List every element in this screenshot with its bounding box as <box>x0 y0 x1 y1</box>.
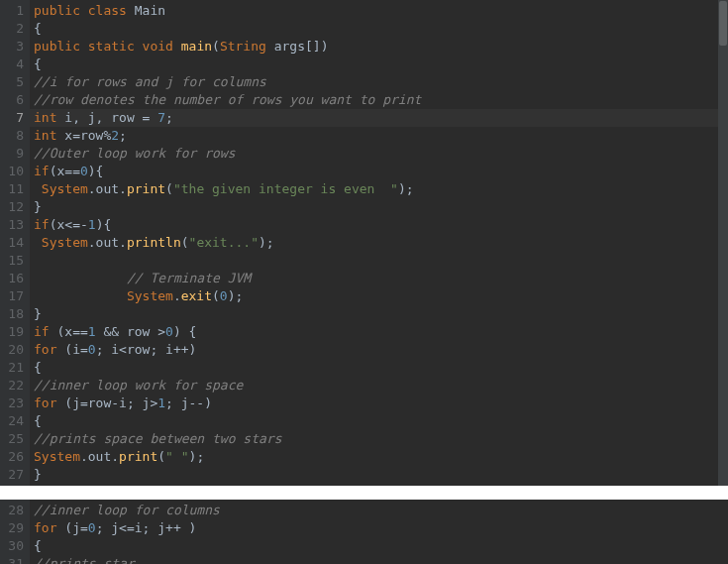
token-punct: ( <box>64 520 72 535</box>
code-line[interactable]: System.exit(0); <box>30 287 728 305</box>
code-line[interactable]: //i for rows and j for columns <box>30 73 728 91</box>
token-punct: ) <box>204 395 212 410</box>
token-punct: ) <box>321 39 329 54</box>
line-number: 2 <box>4 20 24 38</box>
token-num: 0 <box>165 324 173 339</box>
code-line[interactable]: { <box>30 412 728 430</box>
line-number: 18 <box>4 305 24 323</box>
token-op: x== <box>56 164 79 178</box>
token-num: 0 <box>80 164 88 178</box>
code-line[interactable]: System.out.print("the given integer is e… <box>30 180 728 198</box>
code-line[interactable]: { <box>30 56 728 73</box>
code-line[interactable]: int x=row%2; <box>30 127 728 145</box>
line-number: 16 <box>4 270 24 287</box>
token-op: . <box>173 288 181 303</box>
code-line[interactable] <box>30 252 728 270</box>
code-editor-pane-top[interactable]: 1234567891011121314151617181920212223242… <box>0 0 728 486</box>
code-line[interactable]: //inner loop for columns <box>30 502 728 519</box>
code-area[interactable]: public class Main{public static void mai… <box>30 0 728 486</box>
line-number: 24 <box>4 412 24 430</box>
token-op <box>34 253 42 268</box>
line-number: 4 <box>4 56 24 73</box>
token-op <box>135 39 143 54</box>
token-cls: Main <box>135 3 165 18</box>
code-line[interactable]: for (i=0; i<row; i++) <box>30 341 728 359</box>
code-line[interactable]: //inner loop work for space <box>30 377 728 395</box>
code-line[interactable]: } <box>30 305 728 323</box>
code-line[interactable]: public class Main <box>30 2 728 20</box>
line-number: 31 <box>4 555 24 564</box>
token-method: exit <box>181 288 212 303</box>
token-comment: //i for rows and j for columns <box>34 74 266 89</box>
token-punct: { <box>34 21 42 36</box>
token-string: "exit..." <box>189 235 259 250</box>
token-num: 1 <box>88 217 96 232</box>
code-editor-pane-bottom[interactable]: 2829303132333435363738 //inner loop for … <box>0 500 728 564</box>
token-punct: ) <box>189 520 197 535</box>
token-kw: static <box>88 39 135 54</box>
token-comment: // Terminate JVM <box>127 271 251 285</box>
line-number: 30 <box>4 537 24 555</box>
token-comment: //prints space between two stars <box>34 431 281 446</box>
token-op: j=row-i; j> <box>72 395 157 410</box>
token-comment: //inner loop work for space <box>34 378 243 393</box>
code-line[interactable]: System.out.print(" "); <box>30 448 728 466</box>
token-string: " " <box>165 449 188 464</box>
code-line[interactable]: { <box>30 537 728 555</box>
token-sys: String <box>220 39 266 54</box>
code-line[interactable]: } <box>30 466 728 484</box>
code-line[interactable]: int i, j, row = 7; <box>30 109 728 127</box>
token-method: println <box>127 235 181 250</box>
token-op: ; j<=i; j++ <box>96 520 189 535</box>
code-line[interactable]: for (j=row-i; j>1; j--) <box>30 395 728 412</box>
line-number: 9 <box>4 145 24 163</box>
token-op: i, j, row = <box>56 110 157 125</box>
token-op: args[] <box>266 39 321 54</box>
code-line[interactable]: //prints star <box>30 555 728 564</box>
code-line[interactable]: //prints space between two stars <box>30 430 728 448</box>
code-line[interactable]: // Terminate JVM <box>30 270 728 287</box>
line-number: 12 <box>4 198 24 216</box>
token-punct: } <box>34 306 42 321</box>
code-line[interactable]: //row denotes the number of rows you wan… <box>30 91 728 109</box>
scrollbar-thumb[interactable] <box>719 1 727 46</box>
code-line[interactable]: System.out.println("exit..."); <box>30 234 728 252</box>
token-op: .out. <box>88 235 127 250</box>
code-area[interactable]: //inner loop for columnsfor (j=0; j<=i; … <box>30 500 728 564</box>
code-line[interactable]: for (j=0; j<=i; j++ ) <box>30 519 728 537</box>
code-line[interactable]: if (x==1 && row >0) { <box>30 323 728 341</box>
code-line[interactable]: { <box>30 20 728 38</box>
code-line[interactable]: //Outer loop work for rows <box>30 145 728 163</box>
token-op: ; j-- <box>165 395 204 410</box>
token-punct: { <box>34 360 42 375</box>
code-line[interactable]: } <box>30 198 728 216</box>
code-line[interactable]: if(x<=-1){ <box>30 216 728 234</box>
token-string: "the given integer is even " <box>173 181 398 196</box>
token-punct: ( <box>212 39 220 54</box>
token-kw: if <box>34 164 50 178</box>
code-line[interactable]: { <box>30 359 728 377</box>
line-number: 27 <box>4 466 24 484</box>
token-op <box>34 271 127 285</box>
line-gutter: 2829303132333435363738 <box>0 500 30 564</box>
token-num: 1 <box>88 324 96 339</box>
token-method: print <box>127 181 165 196</box>
line-number: 17 <box>4 287 24 305</box>
token-num: 0 <box>220 288 228 303</box>
code-line[interactable]: public static void main(String args[]) <box>30 38 728 56</box>
code-line[interactable]: if(x==0){ <box>30 163 728 180</box>
line-number: 13 <box>4 216 24 234</box>
token-punct: ; <box>119 128 127 143</box>
token-kw: public <box>34 3 80 18</box>
line-number: 23 <box>4 395 24 412</box>
vertical-scrollbar[interactable] <box>718 0 728 486</box>
token-comment: //row denotes the number of rows you wan… <box>34 92 421 107</box>
token-op: - <box>80 217 88 232</box>
token-kw: for <box>34 520 56 535</box>
token-punct: ){ <box>88 164 104 178</box>
token-comment: //prints star <box>34 556 135 564</box>
token-punct: ) { <box>173 324 196 339</box>
token-comment: //inner loop for columns <box>34 503 220 517</box>
token-sys: System <box>42 235 88 250</box>
line-number: 1 <box>4 2 24 20</box>
